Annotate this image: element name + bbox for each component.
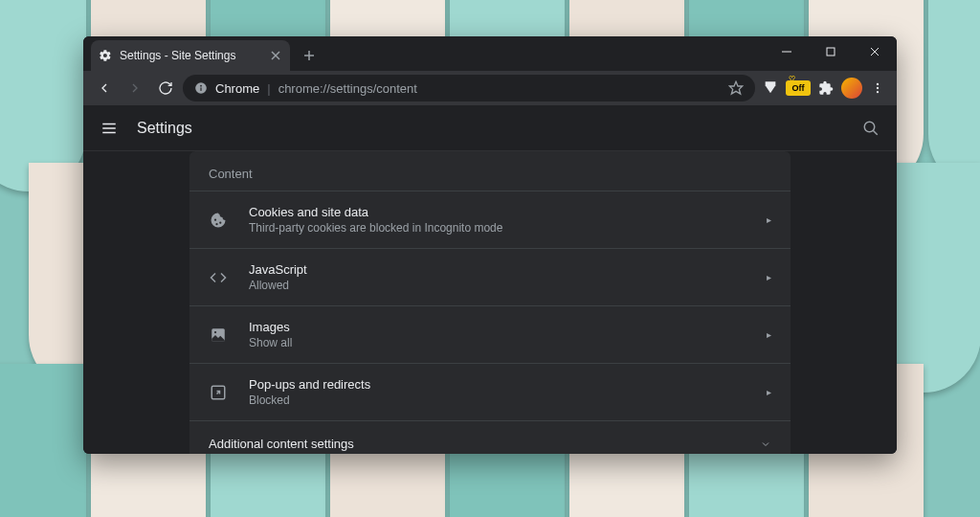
maximize-button[interactable] [809,36,853,67]
row-name: Additional content settings [209,437,760,451]
omnibox-url: chrome://settings/content [278,81,417,96]
extensions-puzzle-icon[interactable] [814,77,837,100]
extension-tag-icon[interactable] [759,77,782,100]
row-popups[interactable]: Pop-ups and redirectsBlocked ▸ [189,363,791,420]
close-tab-icon[interactable] [269,49,282,62]
svg-point-13 [877,87,879,89]
code-icon [209,268,228,287]
gear-icon [99,49,112,62]
svg-rect-5 [827,48,835,56]
svg-point-18 [864,122,875,132]
svg-marker-11 [729,81,742,94]
row-name: Pop-ups and redirects [249,377,746,392]
content-settings-card: Content Cookies and site dataThird-party… [189,151,791,454]
svg-point-21 [214,330,216,332]
svg-point-14 [877,91,879,93]
chevron-down-icon [760,438,771,450]
chevron-right-icon: ▸ [767,272,771,282]
omnibox-separator: | [267,81,270,96]
row-additional-content-settings[interactable]: Additional content settings [189,420,791,454]
browser-tab[interactable]: Settings - Site Settings [91,40,290,71]
omnibox-brand: Chrome [215,81,259,96]
row-desc: Blocked [249,393,746,407]
image-icon [209,326,228,345]
back-button[interactable] [91,75,118,101]
row-desc: Third-party cookies are blocked in Incog… [249,221,746,235]
row-name: Images [249,320,746,334]
settings-content[interactable]: Content Cookies and site dataThird-party… [83,151,897,454]
svg-point-12 [877,83,879,85]
chrome-window: Settings - Site Settings Chrome | chrome… [83,36,897,454]
popup-icon [209,383,228,402]
chevron-right-icon: ▸ [767,214,771,225]
close-window-button[interactable] [853,36,897,67]
site-info-icon[interactable] [194,81,208,95]
settings-header: Settings [83,105,897,151]
cookie-icon [209,211,228,230]
svg-point-9 [200,85,202,87]
row-desc: Show all [249,336,746,349]
profile-avatar[interactable] [841,78,862,99]
reload-button[interactable] [152,75,179,101]
row-images[interactable]: ImagesShow all ▸ [189,305,791,363]
tab-title: Settings - Site Settings [120,49,261,62]
settings-title: Settings [137,120,192,137]
svg-rect-10 [200,87,201,91]
new-tab-button[interactable] [296,42,323,69]
row-desc: Allowed [249,279,746,292]
row-name: JavaScript [249,262,746,277]
window-titlebar: Settings - Site Settings [83,36,897,71]
hamburger-menu-icon[interactable] [100,120,118,137]
row-javascript[interactable]: JavaScriptAllowed ▸ [189,248,791,305]
chevron-right-icon: ▸ [767,329,771,340]
window-controls [765,36,897,67]
section-label: Content [189,151,791,191]
minimize-button[interactable] [765,36,809,67]
forward-button[interactable] [122,75,148,101]
bookmark-star-icon[interactable] [728,80,744,96]
search-icon[interactable] [862,120,880,137]
svg-line-19 [873,130,878,135]
extension-off-badge[interactable]: Off♡ [786,80,811,96]
browser-toolbar: Chrome | chrome://settings/content Off♡ [83,71,897,105]
kebab-menu-icon[interactable] [866,77,889,100]
row-name: Cookies and site data [249,205,746,219]
omnibox[interactable]: Chrome | chrome://settings/content [183,75,755,101]
chevron-right-icon: ▸ [767,387,771,397]
row-cookies[interactable]: Cookies and site dataThird-party cookies… [189,191,791,248]
